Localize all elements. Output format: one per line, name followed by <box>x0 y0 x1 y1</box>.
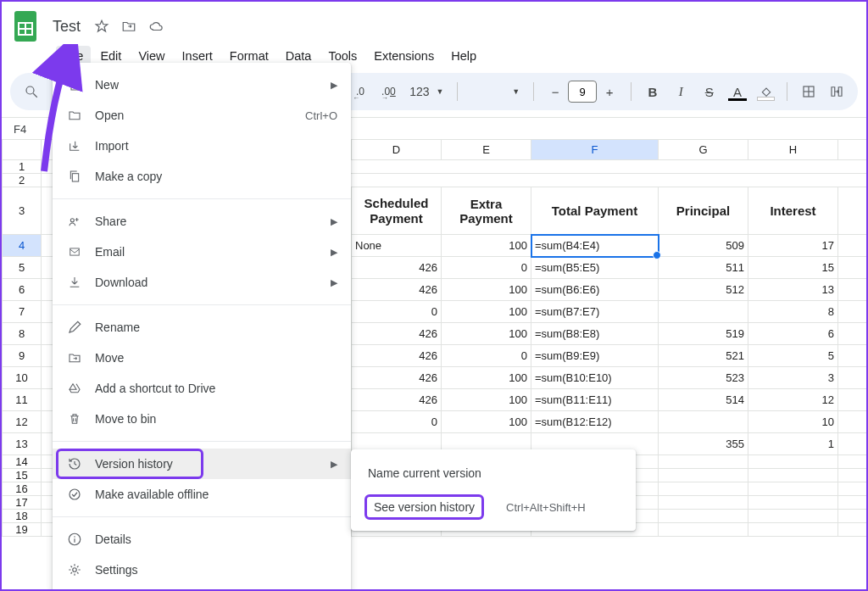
cell-h10[interactable]: 3 <box>748 367 838 389</box>
fill-color-button[interactable] <box>754 79 778 104</box>
menu-add-shortcut[interactable]: Add a shortcut to Drive <box>53 373 351 404</box>
text-color-button[interactable]: A <box>725 79 749 104</box>
row-8[interactable]: 8 <box>3 323 42 345</box>
row-17[interactable]: 17 <box>3 496 42 510</box>
cell-d6[interactable]: 426 <box>352 279 442 301</box>
menu-open[interactable]: OpenCtrl+O <box>53 100 351 131</box>
menu-settings[interactable]: Settings <box>53 555 351 585</box>
row-5[interactable]: 5 <box>3 257 42 279</box>
cell-e4[interactable]: 100 <box>442 235 531 257</box>
row-12[interactable]: 12 <box>3 411 42 433</box>
font-size-decrease[interactable]: − <box>542 79 568 104</box>
cell-h4[interactable]: 17 <box>748 235 838 257</box>
row-4[interactable]: 4 <box>3 235 42 257</box>
sheets-logo[interactable] <box>10 7 41 46</box>
cell-f6[interactable]: =sum(B6:E6) <box>531 279 659 301</box>
row-14[interactable]: 14 <box>3 455 42 469</box>
cell-h12[interactable]: 10 <box>748 411 838 433</box>
row-13[interactable]: 13 <box>3 433 42 455</box>
menu-offline[interactable]: Make available offline <box>53 479 351 510</box>
cell-f10[interactable]: =sum(B10:E10) <box>531 367 659 389</box>
row-15[interactable]: 15 <box>3 469 42 482</box>
font-family-dropdown[interactable]: ▼ <box>466 79 525 104</box>
star-icon[interactable] <box>92 17 111 36</box>
row-7[interactable]: 7 <box>3 301 42 323</box>
row-1[interactable]: 1 <box>3 160 42 174</box>
cell-g9[interactable]: 521 <box>659 345 748 367</box>
cell-h6[interactable]: 13 <box>748 279 838 301</box>
cell-d9[interactable]: 426 <box>352 345 442 367</box>
menu-version-history[interactable]: Version history▶ <box>53 449 351 479</box>
menu-move[interactable]: Move <box>53 343 351 373</box>
cell-d10[interactable]: 426 <box>352 367 442 389</box>
menu-email[interactable]: Email▶ <box>53 237 351 267</box>
cell-g6[interactable]: 512 <box>659 279 748 301</box>
row-2[interactable]: 2 <box>3 174 42 187</box>
cell-f5[interactable]: =sum(B5:E5) <box>531 257 659 279</box>
row-11[interactable]: 11 <box>3 389 42 411</box>
doc-title[interactable]: Test <box>49 16 84 37</box>
menu-details[interactable]: Details <box>53 524 351 555</box>
font-size-input[interactable] <box>568 81 597 103</box>
increase-decimal-button[interactable]: .00→ <box>376 79 401 104</box>
menu-download[interactable]: Download▶ <box>53 267 351 298</box>
menu-help[interactable]: Help <box>443 46 484 66</box>
col-e[interactable]: E <box>442 140 531 160</box>
row-19[interactable]: 19 <box>3 523 42 537</box>
strikethrough-button[interactable]: S <box>697 79 721 104</box>
cell-d4[interactable]: None <box>352 235 442 257</box>
header-total[interactable]: Total Payment <box>531 187 659 235</box>
menu-import[interactable]: Import <box>53 131 351 161</box>
italic-button[interactable]: I <box>669 79 693 104</box>
cell-g5[interactable]: 511 <box>659 257 748 279</box>
cell-g8[interactable]: 519 <box>659 323 748 345</box>
row-16[interactable]: 16 <box>3 482 42 496</box>
cloud-status-icon[interactable] <box>147 17 165 36</box>
col-i[interactable] <box>838 140 867 160</box>
font-size-increase[interactable]: + <box>597 79 622 104</box>
cell-f12[interactable]: =sum(B12:E12) <box>531 411 659 433</box>
cell-f4[interactable]: =sum(B4:E4) <box>531 235 659 257</box>
cell-g13[interactable]: 355 <box>659 433 748 455</box>
cell-g12[interactable] <box>659 411 748 433</box>
name-box[interactable]: F4 <box>2 123 46 136</box>
cell-h13[interactable]: 1 <box>748 433 838 455</box>
cell-e8[interactable]: 100 <box>442 323 531 345</box>
cell-e9[interactable]: 0 <box>442 345 531 367</box>
row-6[interactable]: 6 <box>3 279 42 301</box>
cell-f9[interactable]: =sum(B9:E9) <box>531 345 659 367</box>
submenu-see-history[interactable]: See version history Ctrl+Alt+Shift+H <box>351 490 636 524</box>
cell-d5[interactable]: 426 <box>352 257 442 279</box>
cell-h9[interactable]: 5 <box>748 345 838 367</box>
header-principal[interactable]: Principal <box>659 187 748 235</box>
cell-d11[interactable]: 426 <box>352 389 442 411</box>
menu-extensions[interactable]: Extensions <box>366 46 442 66</box>
cell-h5[interactable]: 15 <box>748 257 838 279</box>
borders-button[interactable] <box>796 79 821 104</box>
select-all-corner[interactable] <box>3 140 42 160</box>
row-3[interactable]: 3 <box>3 187 42 235</box>
cell-f11[interactable]: =sum(B11:E11) <box>531 389 659 411</box>
cell-e10[interactable]: 100 <box>442 367 531 389</box>
col-h[interactable]: H <box>748 140 838 160</box>
merge-cells-button[interactable] <box>825 79 849 104</box>
menu-trash[interactable]: Move to bin <box>53 404 351 434</box>
header-extra[interactable]: Extra Payment <box>442 187 531 235</box>
cell-d7[interactable]: 0 <box>352 301 442 323</box>
cell-f8[interactable]: =sum(B8:E8) <box>531 323 659 345</box>
col-f[interactable]: F <box>531 140 659 160</box>
cell-g10[interactable]: 523 <box>659 367 748 389</box>
menu-new[interactable]: New▶ <box>53 70 351 100</box>
col-g[interactable]: G <box>659 140 748 160</box>
menu-rename[interactable]: Rename <box>53 312 351 343</box>
cell-e7[interactable]: 100 <box>442 301 531 323</box>
row-18[interactable]: 18 <box>3 510 42 523</box>
menu-make-copy[interactable]: Make a copy <box>53 161 351 192</box>
cell-e5[interactable]: 0 <box>442 257 531 279</box>
cell-e11[interactable]: 100 <box>442 389 531 411</box>
header-scheduled[interactable]: Scheduled Payment <box>352 187 442 235</box>
bold-button[interactable]: B <box>640 79 665 104</box>
number-format-dropdown[interactable]: 123▼ <box>404 79 448 104</box>
col-d[interactable]: D <box>352 140 442 160</box>
cell-d12[interactable]: 0 <box>352 411 442 433</box>
